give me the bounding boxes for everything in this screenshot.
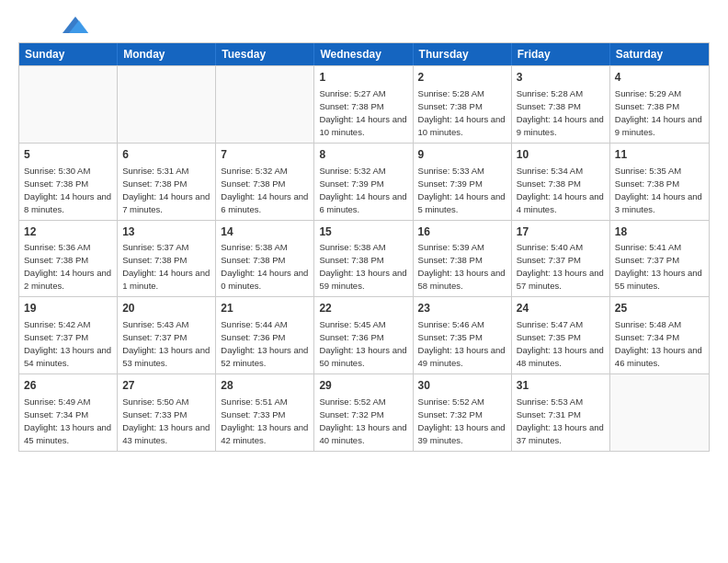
day-number: 21 — [221, 301, 309, 316]
calendar-cell: 14Sunrise: 5:38 AM Sunset: 7:38 PM Dayli… — [216, 221, 314, 297]
calendar-cell: 10Sunrise: 5:34 AM Sunset: 7:38 PM Dayli… — [512, 144, 610, 220]
calendar-cell: 6Sunrise: 5:31 AM Sunset: 7:38 PM Daylig… — [118, 144, 216, 220]
calendar-cell: 22Sunrise: 5:45 AM Sunset: 7:36 PM Dayli… — [314, 297, 413, 373]
calendar-cell: 3Sunrise: 5:28 AM Sunset: 7:38 PM Daylig… — [512, 66, 610, 143]
day-number: 16 — [418, 224, 506, 240]
calendar-cell: 7Sunrise: 5:32 AM Sunset: 7:38 PM Daylig… — [216, 144, 314, 220]
cell-info: Sunrise: 5:52 AM Sunset: 7:32 PM Dayligh… — [418, 396, 506, 445]
cell-info: Sunrise: 5:52 AM Sunset: 7:32 PM Dayligh… — [319, 396, 406, 445]
cell-info: Sunrise: 5:32 AM Sunset: 7:39 PM Dayligh… — [319, 166, 406, 214]
calendar-cell: 29Sunrise: 5:52 AM Sunset: 7:32 PM Dayli… — [314, 374, 413, 451]
cell-info: Sunrise: 5:53 AM Sunset: 7:31 PM Dayligh… — [517, 396, 604, 445]
calendar-cell — [610, 374, 709, 451]
day-number: 23 — [418, 301, 506, 316]
day-number: 24 — [517, 301, 605, 316]
day-number: 5 — [24, 147, 112, 163]
calendar-row-3: 19Sunrise: 5:42 AM Sunset: 7:37 PM Dayli… — [19, 296, 709, 373]
cell-info: Sunrise: 5:51 AM Sunset: 7:33 PM Dayligh… — [221, 396, 308, 445]
day-number: 10 — [517, 147, 605, 163]
calendar-header: SundayMondayTuesdayWednesdayThursdayFrid… — [19, 43, 709, 65]
cell-info: Sunrise: 5:31 AM Sunset: 7:38 PM Dayligh… — [122, 166, 210, 214]
day-number: 11 — [615, 147, 704, 163]
day-number: 31 — [517, 378, 605, 394]
day-number: 30 — [418, 378, 506, 394]
calendar-body: 1Sunrise: 5:27 AM Sunset: 7:38 PM Daylig… — [19, 65, 709, 451]
calendar-cell: 2Sunrise: 5:28 AM Sunset: 7:38 PM Daylig… — [414, 66, 512, 143]
day-of-week-friday: Friday — [512, 43, 610, 65]
calendar-cell: 19Sunrise: 5:42 AM Sunset: 7:37 PM Dayli… — [19, 297, 118, 373]
day-of-week-wednesday: Wednesday — [314, 43, 413, 65]
day-number: 19 — [24, 301, 112, 316]
cell-info: Sunrise: 5:32 AM Sunset: 7:38 PM Dayligh… — [221, 166, 308, 214]
calendar-cell: 26Sunrise: 5:49 AM Sunset: 7:34 PM Dayli… — [19, 374, 118, 451]
day-of-week-thursday: Thursday — [414, 43, 512, 65]
calendar-cell: 9Sunrise: 5:33 AM Sunset: 7:39 PM Daylig… — [414, 144, 512, 220]
calendar-row-1: 5Sunrise: 5:30 AM Sunset: 7:38 PM Daylig… — [19, 143, 709, 220]
calendar-cell: 25Sunrise: 5:48 AM Sunset: 7:34 PM Dayli… — [610, 297, 709, 373]
page-header — [18, 18, 710, 33]
calendar-cell: 24Sunrise: 5:47 AM Sunset: 7:35 PM Dayli… — [512, 297, 610, 373]
cell-info: Sunrise: 5:33 AM Sunset: 7:39 PM Dayligh… — [418, 166, 506, 214]
calendar-cell: 27Sunrise: 5:50 AM Sunset: 7:33 PM Dayli… — [118, 374, 216, 451]
calendar-cell — [118, 66, 216, 143]
cell-info: Sunrise: 5:45 AM Sunset: 7:36 PM Dayligh… — [319, 319, 406, 368]
cell-info: Sunrise: 5:43 AM Sunset: 7:37 PM Dayligh… — [122, 319, 210, 368]
day-number: 22 — [319, 301, 407, 316]
calendar-cell: 4Sunrise: 5:29 AM Sunset: 7:38 PM Daylig… — [610, 66, 709, 143]
calendar-cell: 15Sunrise: 5:38 AM Sunset: 7:38 PM Dayli… — [314, 221, 413, 297]
cell-info: Sunrise: 5:34 AM Sunset: 7:38 PM Dayligh… — [517, 166, 604, 214]
day-of-week-tuesday: Tuesday — [216, 43, 314, 65]
day-number: 27 — [122, 378, 210, 394]
calendar-cell: 12Sunrise: 5:36 AM Sunset: 7:38 PM Dayli… — [19, 221, 118, 297]
cell-info: Sunrise: 5:37 AM Sunset: 7:38 PM Dayligh… — [122, 242, 210, 291]
cell-info: Sunrise: 5:42 AM Sunset: 7:37 PM Dayligh… — [24, 319, 111, 368]
calendar-row-2: 12Sunrise: 5:36 AM Sunset: 7:38 PM Dayli… — [19, 220, 709, 297]
day-number: 14 — [221, 224, 309, 240]
cell-info: Sunrise: 5:38 AM Sunset: 7:38 PM Dayligh… — [221, 242, 308, 291]
cell-info: Sunrise: 5:39 AM Sunset: 7:38 PM Dayligh… — [418, 242, 506, 291]
cell-info: Sunrise: 5:44 AM Sunset: 7:36 PM Dayligh… — [221, 319, 308, 368]
cell-info: Sunrise: 5:36 AM Sunset: 7:38 PM Dayligh… — [24, 242, 111, 291]
day-number: 15 — [319, 224, 407, 240]
calendar-cell: 8Sunrise: 5:32 AM Sunset: 7:39 PM Daylig… — [314, 144, 413, 220]
day-number: 29 — [319, 378, 407, 394]
day-of-week-saturday: Saturday — [610, 43, 709, 65]
day-number: 3 — [517, 70, 605, 86]
calendar-cell: 13Sunrise: 5:37 AM Sunset: 7:38 PM Dayli… — [118, 221, 216, 297]
cell-info: Sunrise: 5:40 AM Sunset: 7:37 PM Dayligh… — [517, 242, 604, 291]
day-number: 17 — [517, 224, 605, 240]
cell-info: Sunrise: 5:27 AM Sunset: 7:38 PM Dayligh… — [319, 88, 406, 137]
calendar-cell: 20Sunrise: 5:43 AM Sunset: 7:37 PM Dayli… — [118, 297, 216, 373]
day-number: 4 — [615, 70, 704, 86]
day-number: 9 — [418, 147, 506, 163]
day-number: 28 — [221, 378, 309, 394]
day-number: 13 — [122, 224, 210, 240]
cell-info: Sunrise: 5:29 AM Sunset: 7:38 PM Dayligh… — [615, 88, 702, 137]
day-number: 1 — [319, 70, 407, 86]
day-number: 8 — [319, 147, 407, 163]
cell-info: Sunrise: 5:30 AM Sunset: 7:38 PM Dayligh… — [24, 166, 111, 214]
day-number: 7 — [221, 147, 309, 163]
cell-info: Sunrise: 5:28 AM Sunset: 7:38 PM Dayligh… — [517, 88, 604, 137]
calendar: SundayMondayTuesdayWednesdayThursdayFrid… — [18, 42, 710, 452]
calendar-cell: 5Sunrise: 5:30 AM Sunset: 7:38 PM Daylig… — [19, 144, 118, 220]
logo-icon — [63, 17, 88, 33]
calendar-cell: 28Sunrise: 5:51 AM Sunset: 7:33 PM Dayli… — [216, 374, 314, 451]
day-number: 25 — [615, 301, 704, 316]
day-number: 20 — [122, 301, 210, 316]
day-number: 6 — [122, 147, 210, 163]
logo — [18, 18, 88, 33]
calendar-cell: 21Sunrise: 5:44 AM Sunset: 7:36 PM Dayli… — [216, 297, 314, 373]
day-number: 18 — [615, 224, 704, 240]
calendar-cell — [216, 66, 314, 143]
cell-info: Sunrise: 5:49 AM Sunset: 7:34 PM Dayligh… — [24, 396, 111, 445]
cell-info: Sunrise: 5:35 AM Sunset: 7:38 PM Dayligh… — [615, 166, 702, 214]
day-number: 2 — [418, 70, 506, 86]
day-number: 26 — [24, 378, 112, 394]
cell-info: Sunrise: 5:41 AM Sunset: 7:37 PM Dayligh… — [615, 242, 702, 291]
day-of-week-monday: Monday — [118, 43, 216, 65]
calendar-cell: 17Sunrise: 5:40 AM Sunset: 7:37 PM Dayli… — [512, 221, 610, 297]
day-number: 12 — [24, 224, 112, 240]
calendar-cell: 16Sunrise: 5:39 AM Sunset: 7:38 PM Dayli… — [414, 221, 512, 297]
calendar-row-4: 26Sunrise: 5:49 AM Sunset: 7:34 PM Dayli… — [19, 373, 709, 451]
